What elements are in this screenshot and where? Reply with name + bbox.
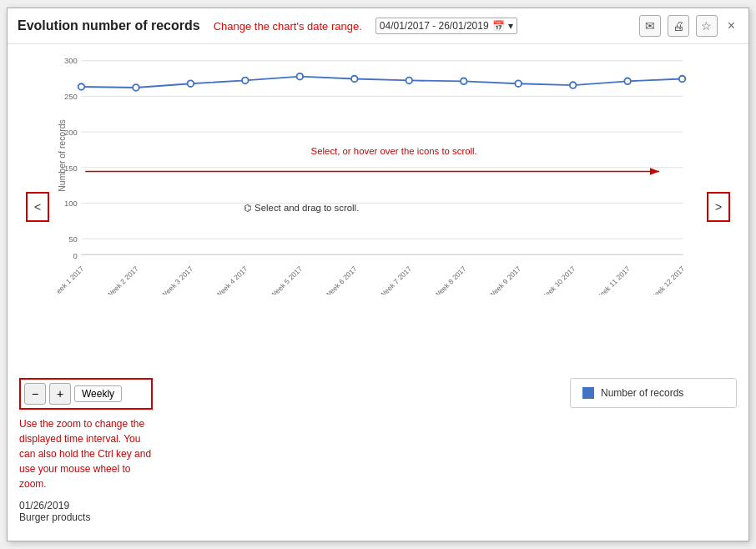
svg-text:Week 2 2017: Week 2 2017 xyxy=(104,264,140,295)
chevron-down-icon: ▾ xyxy=(508,20,513,32)
svg-point-16 xyxy=(133,84,139,91)
svg-text:Week 3 2017: Week 3 2017 xyxy=(159,264,195,295)
legend-color-swatch xyxy=(582,387,594,399)
svg-text:Week 7 2017: Week 7 2017 xyxy=(378,264,414,295)
zoom-out-icon: − xyxy=(32,387,38,400)
zoom-in-button[interactable]: + xyxy=(49,383,71,405)
chevron-left-icon: < xyxy=(34,200,41,214)
date-range-control[interactable]: 04/01/2017 - 26/01/2019 📅 ▾ xyxy=(375,18,517,34)
chart-svg: 300 250 200 150 100 50 0 Wee xyxy=(58,48,707,295)
svg-text:Week 4 2017: Week 4 2017 xyxy=(214,264,249,295)
print-button[interactable]: 🖨 xyxy=(668,15,689,37)
svg-text:Week 5 2017: Week 5 2017 xyxy=(269,264,305,295)
change-range-label: Change the chart's date range. xyxy=(214,20,362,33)
svg-text:Week 10 2017: Week 10 2017 xyxy=(539,264,577,295)
star-button[interactable]: ☆ xyxy=(696,15,718,37)
svg-point-20 xyxy=(351,76,358,83)
svg-point-17 xyxy=(188,80,194,87)
chart-area: < > 300 250 200 150 100 50 0 xyxy=(16,44,740,370)
bottom-controls: − + Weekly Use the zoom to change the di… xyxy=(8,370,748,491)
svg-point-22 xyxy=(461,78,467,85)
svg-text:250: 250 xyxy=(64,92,78,101)
email-icon: ✉ xyxy=(645,19,655,33)
calendar-icon: 📅 xyxy=(492,20,505,32)
svg-point-23 xyxy=(515,80,522,87)
chevron-right-icon: > xyxy=(715,200,722,214)
svg-text:300: 300 xyxy=(64,56,78,65)
zoom-in-icon: + xyxy=(57,387,63,400)
star-icon: ☆ xyxy=(701,19,712,33)
footer-info: 01/26/2019 Burger products xyxy=(8,491,748,523)
svg-text:Week 12 2017: Week 12 2017 xyxy=(648,264,687,295)
print-icon: 🖨 xyxy=(673,19,684,33)
svg-point-21 xyxy=(406,78,412,84)
svg-point-25 xyxy=(624,78,631,85)
close-button[interactable]: × xyxy=(724,18,738,33)
svg-text:Week 6 2017: Week 6 2017 xyxy=(323,264,359,295)
zoom-hint: Use the zoom to change the displayed tim… xyxy=(19,416,153,491)
svg-text:Number of records: Number of records xyxy=(58,119,67,191)
title-bar-right: ✉ 🖨 ☆ × xyxy=(639,15,738,37)
svg-text:100: 100 xyxy=(64,199,78,208)
footer-product: Burger products xyxy=(19,511,737,523)
legend: Number of records xyxy=(570,378,737,408)
title-bar-left: Evolution number of records Change the c… xyxy=(18,18,517,34)
interval-label: Weekly xyxy=(74,385,122,402)
scroll-left-button[interactable]: < xyxy=(26,192,49,222)
svg-point-19 xyxy=(297,73,304,80)
svg-text:Week 11 2017: Week 11 2017 xyxy=(593,264,632,295)
scroll-right-button[interactable]: > xyxy=(707,192,730,222)
footer-date: 01/26/2019 xyxy=(19,500,737,511)
svg-text:Week 1 2017: Week 1 2017 xyxy=(58,264,85,295)
svg-text:Select, or hover over the icon: Select, or hover over the icons to scrol… xyxy=(311,146,477,156)
window-title: Evolution number of records xyxy=(18,18,200,33)
zoom-out-button[interactable]: − xyxy=(24,383,46,405)
main-window: Evolution number of records Change the c… xyxy=(7,8,749,541)
svg-point-26 xyxy=(679,76,686,83)
svg-point-24 xyxy=(570,82,577,88)
legend-label: Number of records xyxy=(601,387,683,399)
svg-text:⌬ Select and drag to scroll.: ⌬ Select and drag to scroll. xyxy=(244,203,359,213)
zoom-group: − + Weekly Use the zoom to change the di… xyxy=(19,378,153,491)
zoom-row: − + Weekly xyxy=(19,378,153,410)
svg-text:50: 50 xyxy=(68,234,78,244)
svg-text:0: 0 xyxy=(73,251,77,260)
svg-text:Week 8 2017: Week 8 2017 xyxy=(432,264,468,295)
date-range-value: 04/01/2017 - 26/01/2019 xyxy=(380,20,489,32)
svg-point-15 xyxy=(78,83,85,90)
svg-text:Week 9 2017: Week 9 2017 xyxy=(487,264,523,295)
email-button[interactable]: ✉ xyxy=(639,15,661,37)
title-bar: Evolution number of records Change the c… xyxy=(8,8,748,44)
svg-point-18 xyxy=(242,78,249,84)
